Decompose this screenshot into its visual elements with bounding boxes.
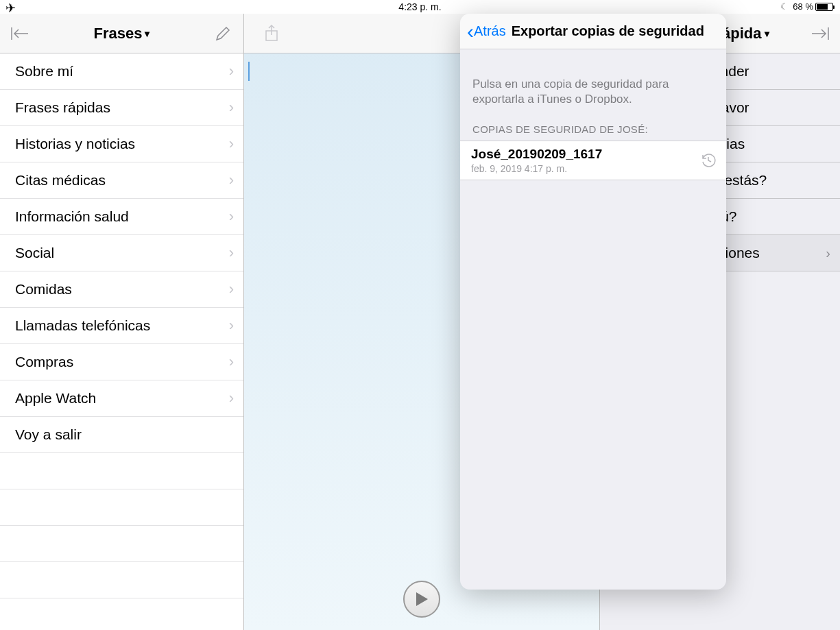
popover-title: Exportar copias de seguridad [512, 23, 704, 39]
category-label: Información salud [15, 208, 129, 225]
category-label: Historias y noticias [15, 136, 135, 152]
chevron-left-icon: ‹ [467, 21, 474, 42]
category-row[interactable]: Sobre mí› [0, 53, 243, 90]
backup-date: feb. 9, 2019 4:17 p. m. [471, 163, 715, 174]
collapse-right-icon[interactable] [806, 20, 833, 47]
category-label: Citas médicas [15, 172, 106, 189]
empty-row [0, 453, 243, 489]
chevron-right-icon: › [229, 208, 234, 226]
category-row[interactable]: Historias y noticias› [0, 126, 243, 162]
export-backups-popover: ‹ Atrás Exportar copias de seguridad Pul… [460, 14, 726, 590]
category-label: Social [15, 245, 54, 261]
battery-percent: 68 % [793, 1, 813, 12]
chevron-right-icon: › [229, 135, 234, 153]
category-label: Frases rápidas [15, 99, 110, 116]
chevron-right-icon: › [229, 353, 234, 371]
category-row[interactable]: Compras› [0, 344, 243, 380]
left-title[interactable]: Frases [34, 25, 209, 43]
category-row[interactable]: Voy a salir [0, 417, 243, 453]
category-row[interactable]: Apple Watch› [0, 380, 243, 417]
empty-row [0, 526, 243, 562]
do-not-disturb-icon: ☾ [780, 1, 789, 12]
category-label: Sobre mí [15, 63, 73, 80]
chevron-right-icon: › [229, 171, 234, 189]
category-row[interactable]: Comidas› [0, 271, 243, 308]
chevron-right-icon: › [229, 389, 234, 407]
chevron-right-icon: › [229, 99, 234, 117]
popover-header: ‹ Atrás Exportar copias de seguridad [460, 14, 726, 49]
category-row[interactable]: Citas médicas› [0, 162, 243, 199]
play-button[interactable] [403, 581, 440, 618]
status-right: ☾ 68 % [780, 1, 833, 12]
chevron-right-icon: › [229, 280, 234, 298]
popover-section-header: COPIAS DE SEGURIDAD DE JOSÉ: [460, 117, 726, 141]
status-bar: ✈ 4:23 p. m. ☾ 68 % [0, 0, 840, 14]
empty-row [0, 562, 243, 598]
airplane-mode-icon: ✈ [5, 1, 16, 16]
left-toolbar: Frases [0, 14, 243, 53]
text-cursor [248, 62, 250, 81]
phrase-category-list: Sobre mí›Frases rápidas›Historias y noti… [0, 53, 243, 630]
backup-name: José_20190209_1617 [471, 147, 715, 162]
collapse-left-icon[interactable] [7, 20, 34, 47]
category-label: Comidas [15, 281, 72, 298]
category-label: Compras [15, 354, 73, 370]
category-label: Voy a salir [15, 426, 82, 443]
category-row[interactable]: Social› [0, 235, 243, 271]
svg-marker-5 [416, 592, 428, 606]
backup-item[interactable]: José_20190209_1617 feb. 9, 2019 4:17 p. … [460, 141, 726, 180]
category-row[interactable]: Frases rápidas› [0, 90, 243, 126]
category-row[interactable]: Llamadas telefónicas› [0, 308, 243, 344]
edit-icon[interactable] [209, 20, 237, 47]
chevron-right-icon: › [229, 244, 234, 262]
status-time: 4:23 p. m. [398, 1, 441, 12]
share-icon[interactable] [258, 20, 285, 47]
empty-row [0, 489, 243, 526]
left-panel: Frases Sobre mí›Frases rápidas›Historias… [0, 14, 244, 630]
chevron-right-icon: › [229, 317, 234, 335]
back-button[interactable]: ‹ Atrás [467, 21, 506, 42]
history-icon [700, 152, 717, 169]
chevron-right-icon: › [229, 62, 234, 80]
category-label: Apple Watch [15, 390, 96, 407]
center-panel: ‹ Atrás Exportar copias de seguridad Pul… [244, 14, 599, 630]
popover-hint: Pulsa en una copia de seguridad para exp… [460, 49, 726, 117]
chevron-right-icon: › [826, 245, 830, 261]
category-label: Llamadas telefónicas [15, 317, 150, 334]
category-row[interactable]: Información salud› [0, 199, 243, 235]
back-label: Atrás [474, 23, 506, 39]
battery-icon [815, 3, 833, 11]
